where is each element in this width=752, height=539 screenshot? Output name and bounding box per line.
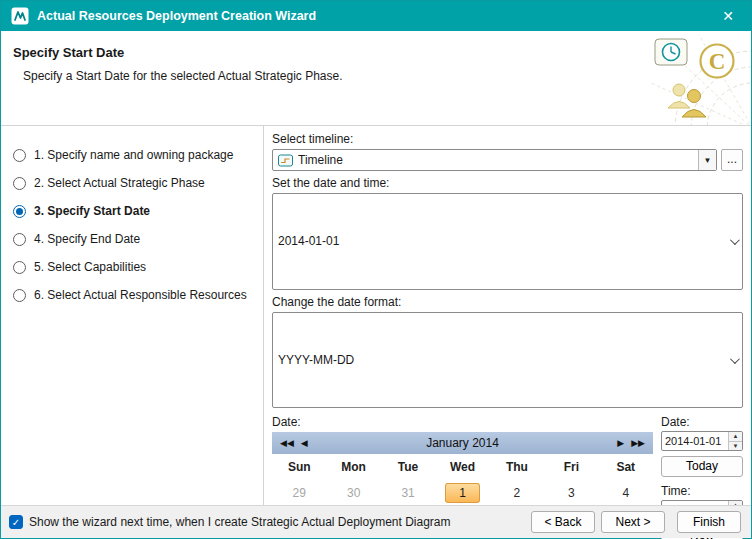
header-art: C [641,31,751,126]
check-icon: ✓ [12,517,20,528]
wizard-body: 1. Specify name and owning package2. Sel… [1,126,751,505]
date-spinner[interactable]: 2014-01-01 ▲ ▼ [661,431,743,451]
radio-icon [13,177,26,190]
spin-down-icon[interactable]: ▼ [729,442,742,451]
timeline-icon [278,154,293,167]
format-label: Change the date format: [272,295,743,309]
calendar-week-row: 2930311234 [272,479,653,506]
title-bar: Actual Resources Deployment Creation Wiz… [1,1,751,31]
finish-button[interactable]: Finish [677,511,741,533]
radio-icon [13,149,26,162]
wizard-checkbox[interactable]: ✓ [9,515,23,529]
format-combobox[interactable]: YYYY-MM-DD [272,312,743,409]
calendar-day-header: Wed [435,454,489,479]
browse-button[interactable]: ... [721,149,743,171]
calendar-day-cell[interactable]: 3 [544,479,598,506]
calendar-day-header: Mon [326,454,380,479]
date-label: Date: [272,415,653,429]
timeline-label: Select timeline: [272,132,743,146]
svg-text:C: C [709,49,726,74]
calendar-day-header: Sun [272,454,326,479]
datetime-combobox[interactable]: 2014-01-01 [272,193,743,290]
calendar-day-cell[interactable]: 2 [490,479,544,506]
calendar-last-icon[interactable]: ▶▶ [631,438,645,448]
calendar-day-cell[interactable]: 30 [326,479,380,506]
wizard-step-label: 1. Specify name and owning package [34,148,233,162]
radio-icon [13,289,26,302]
calendar-month-title: January 2014 [308,436,617,450]
c-logo-icon: C [701,45,734,78]
wizard-step-label: 6. Select Actual Responsible Resources [34,288,247,302]
format-value: YYYY-MM-DD [278,353,719,367]
timeline-combobox[interactable]: Timeline ▼ [272,149,717,171]
window-title: Actual Resources Deployment Creation Wiz… [37,9,705,23]
app-icon [11,7,29,25]
spinner-buttons[interactable]: ▲ ▼ [728,432,742,450]
calendar-next-icon[interactable]: ▶ [617,438,624,448]
datetime-value: 2014-01-01 [278,234,719,248]
back-button[interactable]: < Back [531,511,595,533]
wizard-step-4[interactable]: 4. Specify End Date [13,232,255,246]
chevron-down-icon[interactable] [724,353,742,367]
calendar-day-cell[interactable]: 31 [381,479,435,506]
wizard-step-1[interactable]: 1. Specify name and owning package [13,148,255,162]
time-label: Time: [661,484,743,498]
today-button[interactable]: Today [661,456,743,477]
wizard-checkbox-label: Show the wizard next time, when I create… [29,515,451,529]
people-icon [668,84,706,117]
wizard-step-2[interactable]: 2. Select Actual Strategic Phase [13,176,255,190]
close-icon[interactable]: ✕ [713,1,743,31]
calendar-day-cell[interactable]: 1 [435,479,489,506]
calendar-day-header: Sat [599,454,653,479]
date-side-panel: Date: 2014-01-01 ▲ ▼ Today Time: 00:00:0… [661,410,743,505]
clock-icon [655,39,687,65]
datetime-label: Set the date and time: [272,176,743,190]
radio-icon [13,261,26,274]
calendar-day-cell[interactable]: 4 [599,479,653,506]
calendar-prev-icon[interactable]: ◀ [301,438,308,448]
calendar-header: ◀◀ ◀ January 2014 ▶ ▶▶ [272,432,653,454]
radio-icon [13,233,26,246]
wizard-content: Select timeline: Timeline ▼ ... Set the … [264,126,751,505]
date-spinner-value: 2014-01-01 [662,432,728,450]
calendar-day-cell[interactable]: 29 [272,479,326,506]
calendar-day-header: Tue [381,454,435,479]
wizard-steps-panel: 1. Specify name and owning package2. Sel… [1,126,264,505]
footer-bar: ✓ Show the wizard next time, when I crea… [1,505,751,538]
calendar-first-icon[interactable]: ◀◀ [280,438,294,448]
wizard-step-5[interactable]: 5. Select Capabilities [13,260,255,274]
chevron-down-icon[interactable] [724,234,742,248]
wizard-step-label: 3. Specify Start Date [34,204,150,218]
wizard-step-3[interactable]: 3. Specify Start Date [13,204,255,218]
calendar-day-header: Fri [544,454,598,479]
next-button[interactable]: Next > [601,511,665,533]
wizard-step-6[interactable]: 6. Select Actual Responsible Resources [13,288,255,302]
timeline-value: Timeline [298,153,693,167]
wizard-dialog: Actual Resources Deployment Creation Wiz… [0,0,752,539]
wizard-step-label: 5. Select Capabilities [34,260,146,274]
calendar-day-header: Thu [490,454,544,479]
wizard-header: Specify Start Date Specify a Start Date … [1,31,751,126]
radio-icon [13,205,26,218]
side-date-label: Date: [661,415,743,429]
wizard-step-label: 4. Specify End Date [34,232,140,246]
dropdown-arrow-icon[interactable]: ▼ [698,150,716,170]
wizard-step-label: 2. Select Actual Strategic Phase [34,176,205,190]
spin-up-icon[interactable]: ▲ [729,432,742,442]
